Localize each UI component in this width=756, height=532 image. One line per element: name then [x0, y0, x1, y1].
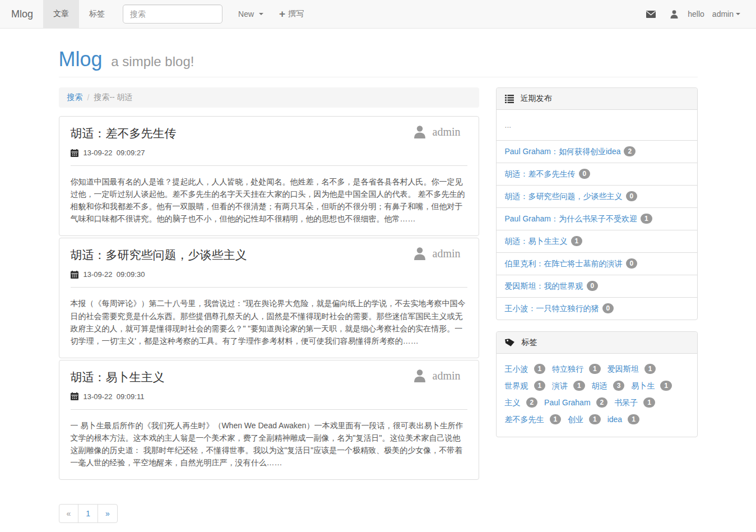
post-author-name: admin: [433, 247, 461, 260]
recent-post-placeholder: ...: [497, 110, 697, 141]
page-subtitle: a simple blog!: [111, 54, 194, 69]
recent-post-item: 伯里克利：在阵亡将士墓前的演讲0: [497, 253, 697, 275]
tag-count-badge: 1: [643, 397, 655, 408]
tag-link[interactable]: 王小波: [505, 364, 528, 373]
recent-posts-title: 近期发布: [521, 94, 552, 104]
tag-link[interactable]: idea: [607, 415, 622, 424]
search-input[interactable]: [123, 4, 222, 24]
comment-count-badge: 1: [571, 236, 583, 246]
hello-label: hello: [685, 10, 709, 18]
breadcrumb-separator: /: [83, 93, 94, 102]
tag-count-badge: 1: [573, 381, 585, 391]
comment-count-badge: 0: [602, 303, 614, 313]
tag-link[interactable]: 主义: [505, 398, 521, 407]
list-icon: [505, 95, 514, 103]
recent-post-item: 爱因斯坦：我的世界观0: [497, 275, 697, 298]
recent-post-link[interactable]: 王小波：一只特立独行的猪: [505, 304, 599, 313]
user-icon: [670, 10, 678, 18]
recent-post-link[interactable]: 爱因斯坦：我的世界观: [505, 281, 583, 290]
tag-link[interactable]: 差不多先生: [505, 415, 544, 424]
sidebar: 近期发布 ... Paul Graham：如何获得创业idea2 胡适：差不多先…: [496, 87, 698, 448]
tag-link[interactable]: 演讲: [552, 381, 568, 390]
profile-button[interactable]: [663, 10, 685, 18]
compose-button[interactable]: + 撰写: [271, 0, 312, 28]
breadcrumb-root-link[interactable]: 搜索: [67, 92, 83, 101]
recent-posts-panel: 近期发布 ... Paul Graham：如何获得创业idea2 胡适：差不多先…: [496, 87, 698, 320]
page-title: Mlog: [59, 48, 103, 71]
recent-post-item: 胡适：多研究些问题，少谈些主义0: [497, 186, 697, 208]
comment-count-badge: 0: [626, 258, 638, 269]
recent-post-link[interactable]: Paul Graham：为什么书呆子不受欢迎: [505, 214, 637, 223]
tag-count-badge: 1: [589, 414, 601, 424]
post-excerpt: 你知道中国最有名的人是谁？提起此人，人人皆晓，处处闻名。他姓差，名不多，是各省各…: [59, 166, 479, 235]
tag-link[interactable]: Paul Graham: [544, 398, 590, 407]
tag-link[interactable]: 特立独行: [552, 364, 583, 373]
post-author: admin: [414, 126, 467, 138]
comment-count-badge: 1: [641, 214, 652, 224]
page-header: Mlog a simple blog!: [59, 48, 698, 77]
recent-post-item: Paul Graham：为什么书呆子不受欢迎1: [497, 208, 697, 230]
post-date: 13-09-22 09:09:27: [84, 149, 145, 157]
tag-count-badge: 2: [596, 397, 608, 408]
recent-post-link[interactable]: 伯里克利：在阵亡将士墓前的演讲: [505, 259, 623, 268]
recent-post-item: Paul Graham：如何获得创业idea2: [497, 141, 697, 163]
recent-post-link[interactable]: 胡适：多研究些问题，少谈些主义: [505, 192, 623, 201]
tag-link[interactable]: 胡适: [592, 381, 607, 390]
recent-post-item: 王小波：一只特立独行的猪0: [497, 298, 697, 320]
user-menu[interactable]: admin: [709, 10, 744, 18]
tag-count-badge: 2: [526, 397, 538, 408]
comment-count-badge: 2: [624, 146, 636, 156]
tags-title: 标签: [522, 337, 537, 348]
tags-panel: 标签 王小波1 特立独行1 爱因斯坦1 世界观1 演讲1 胡适3 易卜生1 主义…: [496, 331, 698, 437]
post-title-link[interactable]: 胡适：多研究些问题，少谈些主义: [71, 247, 247, 263]
compose-label: 撰写: [288, 9, 304, 19]
recent-post-item: 胡适：易卜生主义1: [497, 230, 697, 253]
comment-count-badge: 0: [587, 281, 599, 291]
post-author: admin: [414, 247, 467, 260]
post-card: 胡适：差不多先生传 admin 13-09-22 09:09:27: [59, 116, 479, 236]
user-icon: [414, 126, 426, 138]
pagination-prev[interactable]: «: [59, 504, 79, 523]
post-card: 胡适：易卜生主义 admin 13-09-22 09:09:11: [59, 360, 479, 480]
pagination-page-1[interactable]: 1: [78, 504, 98, 523]
comment-count-badge: 0: [579, 169, 591, 179]
tag-count-badge: 1: [550, 414, 562, 424]
nav-tab-articles[interactable]: 文章: [43, 0, 79, 28]
post-author-name: admin: [433, 369, 461, 382]
pagination: « 1 »: [59, 504, 118, 523]
post-author: admin: [414, 369, 467, 382]
user-icon: [414, 247, 426, 260]
recent-posts-list: ... Paul Graham：如何获得创业idea2 胡适：差不多先生传0 胡…: [497, 110, 697, 320]
post-excerpt: 一 易卜生最后所作的《我们死人再生时》（When We Dead Awaken）…: [59, 410, 479, 479]
pagination-next[interactable]: »: [98, 504, 118, 523]
breadcrumb-current: 搜索-- 胡适: [94, 92, 132, 103]
tag-link[interactable]: 书呆子: [614, 398, 638, 407]
tag-link[interactable]: 爱因斯坦: [607, 364, 639, 373]
comment-count-badge: 0: [626, 191, 638, 201]
calendar-icon: [71, 149, 78, 157]
user-icon: [414, 369, 426, 382]
navbar: Mlog 文章 标签 New + 撰写 hello admin: [0, 0, 756, 29]
post-title-link[interactable]: 胡适：易卜生主义: [71, 369, 165, 385]
chevron-down-icon: [736, 13, 740, 15]
messages-button[interactable]: [639, 11, 663, 18]
recent-post-link[interactable]: Paul Graham：如何获得创业idea: [505, 147, 621, 156]
calendar-icon: [71, 271, 78, 279]
tag-link[interactable]: 创业: [568, 415, 583, 424]
tag-count-badge: 3: [613, 381, 625, 391]
navbar-brand[interactable]: Mlog: [0, 0, 43, 28]
recent-post-link[interactable]: 胡适：差不多先生传: [505, 169, 576, 178]
post-author-name: admin: [433, 126, 461, 138]
nav-tab-tags[interactable]: 标签: [79, 0, 115, 28]
tag-link[interactable]: 易卜生: [631, 381, 655, 390]
post-title-link[interactable]: 胡适：差不多先生传: [71, 126, 177, 141]
new-dropdown[interactable]: New: [230, 0, 271, 28]
tag-count-badge: 1: [589, 364, 601, 374]
envelope-icon: [646, 11, 656, 18]
new-dropdown-label: New: [238, 10, 254, 18]
tag-count-badge: 1: [628, 414, 639, 424]
tag-count-badge: 1: [534, 381, 546, 391]
tag-count-badge: 1: [534, 364, 546, 374]
recent-post-link[interactable]: 胡适：易卜生主义: [505, 237, 568, 246]
tag-link[interactable]: 世界观: [505, 381, 528, 390]
